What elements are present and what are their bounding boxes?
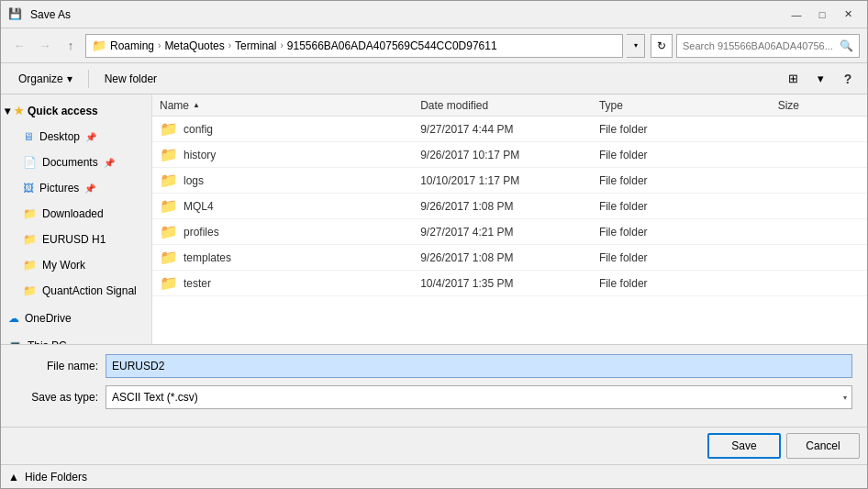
- path-segment-roaming: Roaming: [110, 39, 154, 52]
- file-name-cell: 📁 config: [152, 120, 413, 138]
- file-type-cell: File folder: [592, 277, 771, 290]
- folder-icon: 📁: [160, 120, 178, 138]
- desktop-label: Desktop: [39, 130, 80, 143]
- table-row[interactable]: 📁 templates 9/26/2017 1:08 PM File folde…: [152, 245, 867, 271]
- col-header-name[interactable]: Name ▲: [152, 99, 413, 112]
- file-date-cell: 10/10/2017 1:17 PM: [413, 174, 592, 187]
- table-row[interactable]: 📁 logs 10/10/2017 1:17 PM File folder: [152, 168, 867, 194]
- sidebar-item-onedrive[interactable]: ☁ OneDrive: [1, 306, 151, 331]
- search-box[interactable]: 🔍: [676, 34, 860, 58]
- cancel-button[interactable]: Cancel: [786, 433, 860, 459]
- file-date-cell: 10/4/2017 1:35 PM: [413, 277, 592, 290]
- filename-row: File name:: [16, 354, 852, 378]
- eurusd-icon: 📁: [23, 233, 37, 246]
- quick-access-header[interactable]: ▾ ★ Quick access: [1, 98, 151, 124]
- help-button[interactable]: ?: [836, 67, 860, 91]
- sidebar-item-downloaded[interactable]: 📁 Downloaded: [16, 201, 151, 227]
- file-date-cell: 9/27/2017 4:21 PM: [413, 226, 592, 239]
- dialog-title: Save As: [30, 8, 71, 21]
- address-dropdown[interactable]: ▾: [627, 34, 645, 58]
- up-button[interactable]: ↑: [60, 35, 82, 57]
- table-row[interactable]: 📁 tester 10/4/2017 1:35 PM File folder: [152, 271, 867, 296]
- bottom-bar: File name: Save as type: ASCII Text (*.c…: [1, 344, 867, 427]
- quick-access-section: ▾ ★ Quick access 🖥 Desktop 📌 📄 Documents…: [1, 98, 151, 304]
- file-name-cell: 📁 MQL4: [152, 197, 413, 215]
- name-col-label: Name: [160, 99, 189, 112]
- file-name-text: logs: [184, 174, 204, 187]
- col-header-date[interactable]: Date modified: [413, 99, 592, 112]
- refresh-button[interactable]: ↻: [651, 34, 673, 58]
- addressbar: ← → ↑ 📁 Roaming › MetaQuotes › Terminal …: [1, 28, 867, 63]
- file-date-cell: 9/26/2017 1:08 PM: [413, 251, 592, 264]
- toolbar-separator: [88, 70, 89, 88]
- address-path[interactable]: 📁 Roaming › MetaQuotes › Terminal › 9155…: [85, 34, 623, 58]
- quick-access-chevron: ▾: [5, 105, 10, 117]
- folder-icon: 📁: [160, 274, 178, 292]
- folder-icon: 📁: [160, 249, 178, 266]
- path-arrow-1: ›: [158, 40, 161, 50]
- organize-button[interactable]: Organize ▾: [8, 67, 83, 91]
- minimize-button[interactable]: —: [785, 5, 808, 25]
- sidebar-item-pictures[interactable]: 🖼 Pictures 📌: [16, 175, 151, 201]
- eurusd-label: EURUSD H1: [42, 233, 106, 246]
- pictures-pin: 📌: [84, 183, 95, 194]
- sidebar-item-eurusd[interactable]: 📁 EURUSD H1: [16, 227, 151, 252]
- table-row[interactable]: 📁 MQL4 9/26/2017 1:08 PM File folder: [152, 194, 867, 219]
- documents-label: Documents: [42, 156, 98, 169]
- file-name-text: MQL4: [184, 200, 214, 213]
- view-dropdown-button[interactable]: ▾: [808, 67, 832, 91]
- hide-folders-chevron: ▲: [8, 471, 19, 483]
- sidebar-item-mywork[interactable]: 📁 My Work: [16, 252, 151, 278]
- col-header-size[interactable]: Size: [771, 99, 867, 112]
- forward-button[interactable]: →: [34, 35, 56, 57]
- quick-access-label: Quick access: [28, 105, 98, 117]
- file-name-text: profiles: [184, 226, 219, 239]
- maximize-button[interactable]: □: [810, 5, 834, 25]
- back-button[interactable]: ←: [8, 35, 30, 57]
- sidebar-item-quantaction[interactable]: 📁 QuantAction Signal: [16, 278, 151, 304]
- savetype-select[interactable]: ASCII Text (*.csv): [106, 385, 852, 409]
- view-options-button[interactable]: ⊞: [781, 67, 805, 91]
- sidebar-item-documents[interactable]: 📄 Documents 📌: [16, 150, 151, 175]
- titlebar-buttons: — □ ✕: [785, 5, 860, 25]
- new-folder-label: New folder: [105, 72, 157, 85]
- save-as-dialog: 💾 Save As — □ ✕ ← → ↑ 📁 Roaming › MetaQu…: [0, 0, 868, 489]
- search-input[interactable]: [683, 40, 836, 51]
- file-type-cell: File folder: [592, 149, 771, 161]
- path-segment-metaquotes: MetaQuotes: [164, 39, 224, 52]
- mywork-icon: 📁: [23, 259, 37, 272]
- close-button[interactable]: ✕: [836, 5, 860, 25]
- save-button[interactable]: Save: [707, 433, 781, 459]
- file-name-text: templates: [184, 251, 231, 264]
- file-date-cell: 9/26/2017 1:08 PM: [413, 200, 592, 213]
- titlebar-left: 💾 Save As: [8, 7, 71, 22]
- save-label: Save: [731, 439, 756, 452]
- hide-folders-bar[interactable]: ▲ Hide Folders: [1, 464, 867, 488]
- savetype-row: Save as type: ASCII Text (*.csv) ▾: [16, 385, 852, 409]
- quantaction-icon: 📁: [23, 284, 37, 297]
- filename-input[interactable]: [106, 354, 852, 378]
- file-rows-container: 📁 config 9/27/2017 4:44 PM File folder 📁…: [152, 117, 867, 296]
- table-row[interactable]: 📁 config 9/27/2017 4:44 PM File folder: [152, 117, 867, 142]
- col-header-type[interactable]: Type: [592, 99, 771, 112]
- toolbar: Organize ▾ New folder ⊞ ▾ ?: [1, 63, 867, 94]
- documents-pin: 📌: [104, 158, 115, 168]
- file-name-cell: 📁 templates: [152, 249, 413, 266]
- path-arrow-3: ›: [280, 40, 283, 50]
- thispc-section: 💻 This PC: [1, 333, 151, 344]
- search-icon: 🔍: [840, 39, 853, 52]
- onedrive-label: OneDrive: [25, 312, 72, 325]
- sidebar-item-desktop[interactable]: 🖥 Desktop 📌: [16, 124, 151, 150]
- table-row[interactable]: 📁 history 9/26/2017 10:17 PM File folder: [152, 142, 867, 168]
- downloaded-icon: 📁: [23, 207, 37, 220]
- action-buttons: Save Cancel: [1, 427, 867, 464]
- path-segment-hash: 915566BA06ADA407569C544CC0D97611: [287, 39, 497, 52]
- sidebar-item-thispc[interactable]: 💻 This PC: [1, 333, 151, 344]
- file-list-header: Name ▲ Date modified Type Size: [152, 94, 867, 117]
- file-type-cell: File folder: [592, 174, 771, 187]
- type-col-label: Type: [599, 99, 623, 112]
- folder-icon: 📁: [160, 223, 178, 240]
- new-folder-button[interactable]: New folder: [95, 67, 167, 91]
- table-row[interactable]: 📁 profiles 9/27/2017 4:21 PM File folder: [152, 219, 867, 245]
- file-date-cell: 9/27/2017 4:44 PM: [413, 123, 592, 136]
